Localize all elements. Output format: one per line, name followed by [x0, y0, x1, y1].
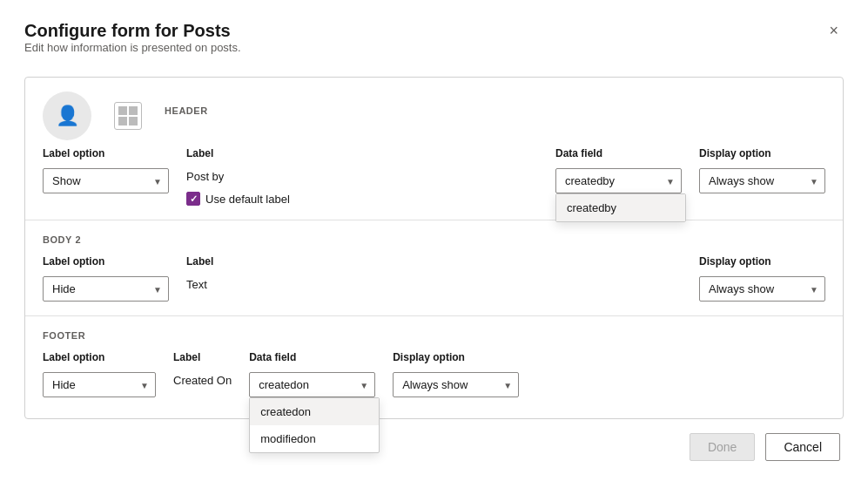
- body2-label-option-label: Label option: [43, 255, 169, 268]
- grid-cell-4: [129, 117, 138, 125]
- header-data-field-dropdown: createdby: [555, 193, 686, 222]
- footer-fields-row: Label option Hide Show ▼ Label Created O…: [43, 351, 825, 397]
- use-default-label-text: Use default label: [205, 193, 290, 206]
- body2-label-group: Label Text: [186, 255, 213, 291]
- body2-display-option-select-wrapper: Always show ▼: [699, 276, 825, 302]
- person-icon: 👤: [56, 105, 79, 127]
- footer-display-option-select[interactable]: Always show: [393, 372, 519, 397]
- sections-container: 👤 HEADER Label option Show Hide: [24, 77, 844, 419]
- header-data-field-group: Data field createdby ▼ createdby: [555, 147, 682, 193]
- header-section: 👤 HEADER Label option Show Hide: [25, 78, 843, 220]
- header-label-option-label: Label option: [43, 147, 169, 159]
- avatar: 👤: [43, 92, 91, 140]
- footer-data-field-group: Data field createdon modifiedon ▼ create…: [249, 351, 375, 397]
- done-button[interactable]: Done: [690, 433, 755, 461]
- header-fields-row: Label option Show Hide ▼ Label Post by: [43, 147, 825, 206]
- body2-label-text: Text: [186, 278, 213, 291]
- header-section-label: HEADER: [165, 105, 208, 116]
- cancel-button[interactable]: Cancel: [765, 433, 840, 461]
- footer-dropdown-item-modifiedon[interactable]: modifiedon: [250, 425, 379, 452]
- footer-display-option-select-wrapper: Always show ▼: [393, 372, 519, 397]
- grid-cell-2: [129, 106, 138, 115]
- header-dropdown-item-createdby[interactable]: createdby: [556, 194, 685, 221]
- footer-display-option-group: Display option Always show ▼: [393, 351, 519, 397]
- footer-label-text: Created On: [173, 374, 232, 387]
- footer-label-option-group: Label option Hide Show ▼: [43, 351, 156, 397]
- header-data-field-select[interactable]: createdby: [555, 168, 682, 193]
- grid-cell-1: [118, 106, 127, 115]
- body2-fields-row: Label option Hide Show ▼ Label Text: [43, 255, 825, 302]
- header-data-field-select-wrapper: createdby ▼: [555, 168, 682, 193]
- header-display-option-label: Display option: [699, 147, 825, 159]
- header-label-option-select[interactable]: Show Hide: [43, 168, 169, 193]
- configure-form-dialog: Configure form for Posts Edit how inform…: [0, 0, 868, 488]
- footer-section-label: FOOTER: [43, 330, 825, 341]
- body2-label-label: Label: [186, 255, 213, 268]
- footer-label-group: Label Created On: [173, 351, 232, 387]
- dialog-header: Configure form for Posts Edit how inform…: [24, 21, 844, 71]
- header-label-option-group: Label option Show Hide ▼: [43, 147, 169, 193]
- header-label-group: Label Post by Use default label: [186, 147, 290, 206]
- grid-layout-icon: [114, 102, 142, 130]
- footer-label-option-select[interactable]: Hide Show: [43, 372, 156, 397]
- header-label-option-select-wrapper: Show Hide ▼: [43, 168, 169, 193]
- footer-section: FOOTER Label option Hide Show ▼ Label Cr…: [25, 316, 843, 418]
- header-data-field-label: Data field: [555, 147, 682, 159]
- header-display-option-select[interactable]: Always show: [699, 168, 825, 193]
- header-section-icons: 👤 HEADER: [43, 92, 825, 140]
- dialog-subtitle: Edit how information is presented on pos…: [24, 41, 241, 54]
- body2-display-option-group: Display option Always show ▼: [699, 255, 825, 302]
- close-button[interactable]: ×: [824, 21, 844, 40]
- header-post-by-text: Post by: [186, 170, 290, 183]
- use-default-label-checkbox[interactable]: [186, 192, 200, 206]
- header-label-label: Label: [186, 147, 290, 159]
- header-display-option-group: Display option Always show ▼: [699, 147, 825, 193]
- footer-display-option-label: Display option: [393, 351, 519, 363]
- body2-section-label: BODY 2: [43, 234, 825, 245]
- footer-data-field-select[interactable]: createdon modifiedon: [249, 372, 375, 397]
- footer-dropdown-item-createdon[interactable]: createdon: [250, 398, 379, 425]
- body2-label-option-select[interactable]: Hide Show: [43, 276, 169, 302]
- grid-cell-3: [118, 117, 127, 125]
- footer-data-field-select-wrapper: createdon modifiedon ▼: [249, 372, 375, 397]
- footer-data-field-label: Data field: [249, 351, 375, 363]
- body2-label-option-select-wrapper: Hide Show ▼: [43, 276, 169, 302]
- use-default-label-row: Use default label: [186, 192, 290, 206]
- header-display-option-select-wrapper: Always show ▼: [699, 168, 825, 193]
- dialog-title: Configure form for Posts: [24, 21, 241, 41]
- body2-display-option-label: Display option: [699, 255, 825, 268]
- footer-data-field-dropdown: createdon modifiedon: [249, 397, 380, 453]
- body2-section: BODY 2 Label option Hide Show ▼ Label Te…: [25, 220, 843, 316]
- footer-label-option-label: Label option: [43, 351, 156, 363]
- dialog-footer: Done Cancel: [24, 433, 844, 461]
- footer-label-option-select-wrapper: Hide Show ▼: [43, 372, 156, 397]
- footer-label-label: Label: [173, 351, 232, 363]
- body2-label-option-group: Label option Hide Show ▼: [43, 255, 169, 302]
- body2-display-option-select[interactable]: Always show: [699, 276, 825, 302]
